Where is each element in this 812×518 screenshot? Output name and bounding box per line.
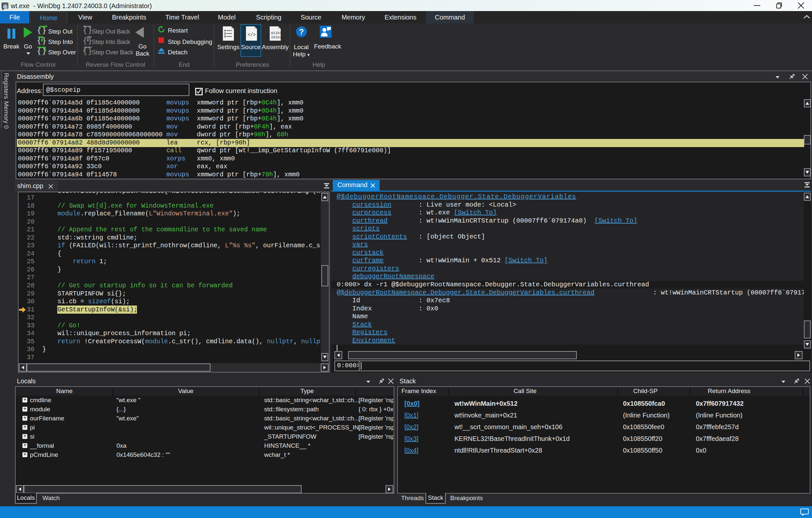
svg-text:</>: </> xyxy=(248,32,256,37)
svg-text:0II0I: 0II0I xyxy=(271,31,281,35)
svg-text:{}: {} xyxy=(37,26,47,34)
svg-text:I0I0I: I0I0I xyxy=(271,35,281,39)
